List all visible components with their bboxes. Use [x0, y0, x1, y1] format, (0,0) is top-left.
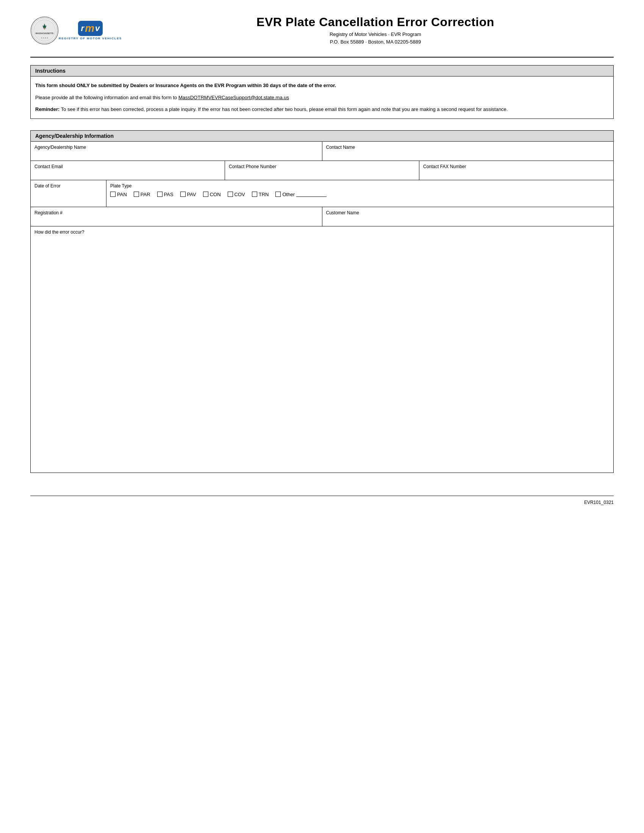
pav-label: PAV [187, 191, 196, 197]
contact-name-cell: Contact Name [322, 142, 614, 161]
checkbox-trn[interactable]: TRN [252, 191, 269, 197]
date-of-error-label: Date of Error [34, 183, 102, 188]
customer-name-cell: Customer Name [322, 207, 614, 226]
checkbox-par[interactable]: PAR [134, 191, 150, 197]
other-text-line [296, 191, 327, 197]
header-text-area: EVR Plate Cancellation Error Correction … [137, 15, 614, 45]
instructions-header: Instructions [31, 66, 613, 77]
registration-customer-row: Registration # Customer Name [31, 207, 613, 227]
pas-checkbox-box[interactable] [157, 191, 163, 197]
date-platetype-row: Date of Error Plate Type PAN PAR PAS [31, 180, 613, 207]
pan-checkbox-box[interactable] [110, 191, 116, 197]
plate-type-cell: Plate Type PAN PAR PAS PAV [106, 180, 613, 207]
contact-phone-cell: Contact Phone Number [225, 161, 419, 180]
bottom-divider [30, 495, 614, 496]
agency-name-cell: Agency/Dealership Name [31, 142, 322, 161]
header-divider [30, 57, 614, 58]
contact-fax-label: Contact FAX Number [423, 164, 610, 169]
contact-info-row: Contact Email Contact Phone Number Conta… [31, 161, 613, 180]
form-number: EVR101_0321 [30, 500, 614, 505]
rmv-logo: r m v Registry of Motor Vehicles [59, 21, 122, 40]
pas-label: PAS [164, 191, 174, 197]
registration-label: Registration # [34, 210, 318, 215]
plate-type-label: Plate Type [110, 183, 610, 188]
pav-checkbox-box[interactable] [180, 191, 186, 197]
contact-email-cell: Contact Email [31, 161, 225, 180]
error-occur-label: How did the error occur? [34, 230, 610, 235]
par-checkbox-box[interactable] [134, 191, 139, 197]
agency-dealership-section: Agency/Dealership Information Agency/Dea… [30, 130, 614, 473]
con-checkbox-box[interactable] [203, 191, 208, 197]
checkbox-pan[interactable]: PAN [110, 191, 127, 197]
agency-contact-name-row: Agency/Dealership Name Contact Name [31, 142, 613, 161]
email-link[interactable]: MassDOTRMVEVRCaseSupport@dot.state.ma.us [179, 95, 289, 100]
other-label: Other [282, 191, 295, 197]
contact-phone-label: Contact Phone Number [229, 164, 415, 169]
date-of-error-cell: Date of Error [31, 180, 106, 207]
checkbox-pav[interactable]: PAV [180, 191, 196, 197]
instructions-body: This form should ONLY be submitted by De… [31, 77, 613, 119]
page-title: EVR Plate Cancellation Error Correction [137, 15, 614, 29]
checkbox-other[interactable]: Other [275, 191, 327, 197]
instructions-box: Instructions This form should ONLY be su… [30, 65, 614, 119]
header-subtitle: Registry of Motor Vehicles · EVR Program… [137, 31, 614, 45]
logo-area: ★ MASSACHUSETTS ✦ ✦ ✦ ✦ r m v Registry o… [30, 16, 122, 45]
instructions-bold-paragraph: This form should ONLY be submitted by De… [35, 82, 609, 89]
page-header: ★ MASSACHUSETTS ✦ ✦ ✦ ✦ r m v Registry o… [30, 15, 614, 49]
registration-cell: Registration # [31, 207, 322, 226]
customer-name-label: Customer Name [326, 210, 610, 215]
ma-seal-icon: ★ MASSACHUSETTS ✦ ✦ ✦ ✦ [30, 16, 59, 45]
svg-rect-7 [44, 27, 45, 29]
svg-text:✦ ✦ ✦ ✦: ✦ ✦ ✦ ✦ [41, 37, 48, 39]
trn-checkbox-box[interactable] [252, 191, 257, 197]
checkbox-pas[interactable]: PAS [157, 191, 174, 197]
contact-fax-cell: Contact FAX Number [419, 161, 613, 180]
con-label: CON [210, 191, 221, 197]
error-occur-row: How did the error occur? [31, 227, 613, 473]
instructions-reminder-paragraph: Reminder: To see if this error has been … [35, 106, 609, 113]
instructions-email-paragraph: Please provide all the following informa… [35, 94, 609, 101]
cov-checkbox-box[interactable] [228, 191, 233, 197]
plate-type-checkboxes: PAN PAR PAS PAV CON [110, 191, 610, 197]
cov-label: COV [235, 191, 245, 197]
checkbox-con[interactable]: CON [203, 191, 221, 197]
svg-text:MASSACHUSETTS: MASSACHUSETTS [35, 32, 54, 34]
contact-name-label: Contact Name [326, 145, 610, 150]
error-occur-cell: How did the error occur? [31, 227, 613, 473]
agency-section-header: Agency/Dealership Information [31, 130, 613, 142]
par-label: PAR [140, 191, 150, 197]
agency-name-label: Agency/Dealership Name [34, 145, 318, 150]
contact-email-label: Contact Email [34, 164, 221, 169]
trn-label: TRN [259, 191, 269, 197]
rmv-tagline: Registry of Motor Vehicles [59, 37, 122, 40]
other-checkbox-box[interactable] [275, 191, 281, 197]
checkbox-cov[interactable]: COV [228, 191, 245, 197]
pan-label: PAN [117, 191, 127, 197]
